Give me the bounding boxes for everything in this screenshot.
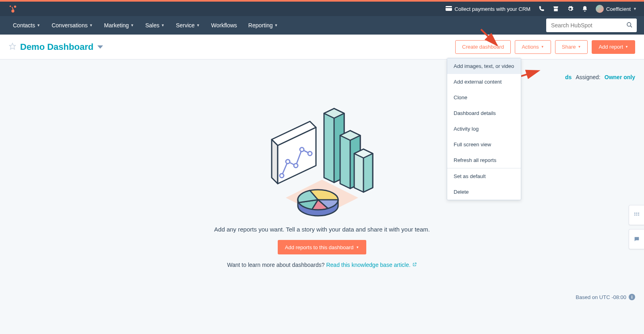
account-name: Coefficient [606,6,631,12]
hubspot-logo-icon[interactable] [7,3,19,14]
svg-marker-9 [10,43,16,49]
button-label: Share [562,44,576,50]
page-header: Demo Dashboard Create dashboard Actions▼… [0,35,644,59]
gear-icon[interactable] [567,5,574,12]
page-title: Demo Dashboard [20,42,93,52]
learn-prefix: Want to learn more about dashboards? [227,262,326,268]
dropdown-item-add-external[interactable]: Add external content [447,74,521,90]
dropdown-item-details[interactable]: Dashboard details [447,105,521,121]
svg-point-1 [11,10,14,12]
nav-workflows[interactable]: Workflows [206,22,243,29]
svg-point-29 [634,213,636,214]
dropdown-label: Delete [454,189,469,195]
chevron-down-icon: ▼ [37,23,40,27]
add-reports-button[interactable]: Add reports to this dashboard ▼ [278,240,366,254]
actions-dropdown: Add images, text, or video Add external … [447,58,521,200]
assigned-row: ds Assigned: Owner only [565,74,635,80]
nav-contacts[interactable]: Contacts▼ [7,22,46,29]
empty-state: Add any reports you want. Tell a story w… [0,97,644,268]
nav-service[interactable]: Service▼ [170,22,206,29]
svg-rect-6 [554,8,557,11]
link-label: Read this knowledge base article. [326,262,410,268]
nav-reporting[interactable]: Reporting▼ [243,22,284,29]
learn-more-text: Want to learn more about dashboards? Rea… [227,262,417,268]
chevron-down-icon: ▼ [196,23,200,27]
bell-icon[interactable] [581,5,588,12]
dropdown-label: Add external content [454,79,502,85]
dropdown-item-fullscreen[interactable]: Full screen view [447,137,521,152]
collect-payments-link[interactable]: Collect payments with your CRM [446,6,530,12]
collect-payments-label: Collect payments with your CRM [454,6,530,12]
dashboard-illustration-icon [264,97,380,218]
search-icon[interactable] [626,22,633,30]
nav-label: Workflows [211,22,237,29]
chevron-down-icon [97,45,103,49]
nav-sales[interactable]: Sales▼ [140,22,170,29]
share-button[interactable]: Share▼ [555,40,588,54]
assigned-label: Assigned: [576,74,600,80]
dropdown-label: Full screen view [454,141,491,148]
topbar: Collect payments with your CRM Coefficie… [0,0,644,16]
chevron-down-icon: ▼ [633,7,637,11]
dropdown-label: Dashboard details [454,110,496,116]
dropdown-label: Refresh all reports [454,157,496,163]
dropdown-label: Add images, text, or video [454,63,514,69]
svg-point-34 [638,215,639,216]
actions-button[interactable]: Actions▼ [515,40,551,54]
button-label: Add reports to this dashboard [285,244,354,250]
button-label: Add report [599,44,623,50]
side-tab-apps[interactable] [629,205,644,225]
chevron-down-icon: ▼ [356,246,359,249]
dropdown-item-delete[interactable]: Delete [447,184,521,200]
nav-label: Conversations [52,22,88,29]
dropdown-label: Activity log [454,126,479,132]
svg-point-32 [634,215,636,216]
svg-point-27 [308,152,312,156]
nav-label: Reporting [248,22,273,29]
dropdown-item-add-images[interactable]: Add images, text, or video [447,58,521,74]
svg-rect-2 [12,7,14,10]
empty-text: Add any reports you want. Tell a story w… [214,226,430,233]
nav-label: Sales [145,22,159,29]
dropdown-item-default[interactable]: Set as default [447,168,521,184]
side-tabs [629,205,644,249]
chevron-down-icon: ▼ [541,45,544,49]
create-dashboard-button[interactable]: Create dashboard [455,40,511,54]
star-icon[interactable] [9,43,16,51]
chevron-down-icon: ▼ [625,45,628,49]
svg-marker-21 [272,139,278,184]
button-label: Actions [522,44,539,50]
dropdown-label: Clone [454,94,467,100]
marketplace-icon[interactable] [552,5,559,12]
button-label: Create dashboard [462,44,504,50]
search-input[interactable] [546,18,637,32]
info-icon[interactable]: i [629,294,635,300]
chevron-down-icon: ▼ [130,23,134,27]
phone-icon[interactable] [538,5,545,12]
dropdown-item-refresh[interactable]: Refresh all reports [447,152,521,168]
side-tab-chat[interactable] [629,229,644,249]
nav-marketing[interactable]: Marketing▼ [99,22,140,29]
account-menu[interactable]: Coefficient ▼ [596,5,637,13]
dashboard-title-selector[interactable]: Demo Dashboard [20,42,103,52]
chevron-down-icon: ▼ [578,45,581,49]
svg-point-30 [636,213,637,214]
nav-conversations[interactable]: Conversations▼ [46,22,98,29]
nav-label: Contacts [13,22,35,29]
svg-point-0 [14,6,17,8]
dropdown-item-activity[interactable]: Activity log [447,121,521,137]
knowledge-base-link[interactable]: Read this knowledge base article. [326,262,410,268]
add-report-button[interactable]: Add report▼ [592,40,635,54]
dropdown-label: Set as default [454,173,486,179]
svg-point-26 [300,148,304,152]
card-icon [446,6,452,12]
svg-point-7 [627,23,631,26]
svg-line-8 [630,26,632,27]
chevron-down-icon: ▼ [161,23,165,27]
svg-point-25 [294,164,298,168]
dashboards-link[interactable]: ds [565,74,572,80]
svg-point-33 [636,215,637,216]
assigned-value-link[interactable]: Owner only [605,74,635,80]
external-link-icon [412,262,417,268]
dropdown-item-clone[interactable]: Clone [447,90,521,105]
